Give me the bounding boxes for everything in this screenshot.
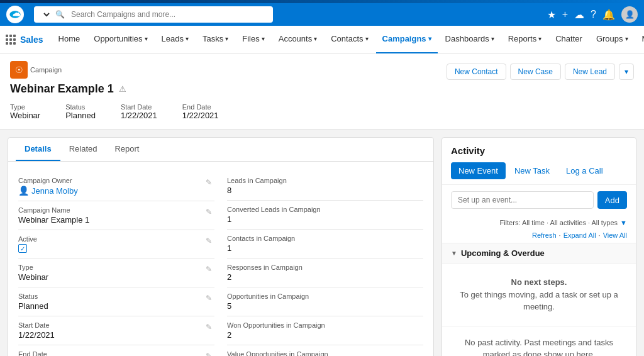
nav-files[interactable]: Files ▾ (236, 26, 270, 53)
edit-icon[interactable]: ✎ (206, 208, 212, 216)
chevron-down-icon: ▼ (451, 250, 457, 257)
activity-add-button[interactable]: Add (597, 191, 627, 209)
field-converted-leads-value: 1 (227, 214, 423, 224)
field-leads-in-campaign-value: 8 (227, 186, 423, 195)
campaign-meta: Type Webinar Status Planned Start Date 1… (10, 103, 634, 120)
nav-more[interactable]: More ▾ (636, 26, 644, 53)
search-filter-dropdown[interactable]: All (34, 9, 52, 19)
field-type-value: Webinar (18, 272, 214, 282)
filter-funnel-icon: ▼ (620, 219, 627, 226)
filters-text: Filters: All time · All activities · All… (499, 219, 618, 226)
meta-type-label: Type (10, 103, 40, 111)
tab-report[interactable]: Report (106, 138, 148, 161)
cloud-icon[interactable]: ☁ (574, 9, 584, 21)
tab-details[interactable]: Details (16, 138, 60, 161)
add-icon[interactable]: + (562, 9, 568, 20)
favorites-icon[interactable]: ★ (547, 9, 556, 21)
nav-groups[interactable]: Groups ▾ (590, 26, 635, 53)
nav-dashboards[interactable]: Dashboards ▾ (439, 26, 501, 53)
field-contacts-in-campaign: Contacts in Campaign 1 (227, 230, 423, 259)
meta-type: Type Webinar (10, 103, 40, 120)
edit-icon[interactable]: ✎ (206, 265, 212, 274)
chevron-down-icon: ▾ (491, 35, 494, 42)
avatar[interactable]: 👤 (621, 6, 638, 23)
filters-links-row: Refresh · Expand All · View All (442, 230, 636, 243)
app-name: Sales (20, 35, 43, 45)
field-won-opportunities-label: Won Opportunities in Campaign (227, 321, 423, 329)
edit-icon[interactable]: ✎ (206, 294, 212, 303)
field-active: Active ✓ ✎ (18, 230, 214, 259)
field-active-checkbox[interactable]: ✓ (18, 244, 27, 253)
edit-icon[interactable]: ✎ (206, 352, 212, 356)
more-actions-dropdown[interactable]: ▾ (619, 64, 634, 80)
activity-title: Activity (451, 145, 627, 156)
meta-type-value: Webinar (10, 111, 40, 120)
field-campaign-owner-label: Campaign Owner (18, 177, 214, 184)
svg-rect-4 (6, 38, 8, 41)
chevron-down-icon: ▾ (428, 35, 431, 42)
help-icon[interactable]: ? (591, 9, 596, 20)
nav-tasks[interactable]: Tasks ▾ (196, 26, 235, 53)
bell-icon[interactable]: 🔔 (602, 9, 615, 21)
fields-col-2: Leads in Campaign 8 Converted Leads in C… (227, 172, 423, 356)
field-end-date-label: End Date (18, 350, 214, 356)
alert-icon: ⚠ (119, 84, 126, 94)
edit-icon[interactable]: ✎ (206, 323, 212, 331)
field-leads-in-campaign-label: Leads in Campaign (227, 177, 423, 184)
activity-tab-log-call[interactable]: Log a Call (558, 162, 611, 179)
upcoming-empty-state: No next steps. To get things moving, add… (442, 264, 636, 326)
field-campaign-owner-value[interactable]: 👤 Jenna Molby (18, 186, 214, 196)
field-type: Type Webinar ✎ (18, 259, 214, 287)
field-value-opportunities-label: Value Opportunities in Campaign (227, 350, 423, 356)
right-panel: Activity New Event New Task Log a Call A… (441, 137, 636, 356)
upcoming-overdue-section-header[interactable]: ▼ Upcoming & Overdue (442, 243, 636, 264)
refresh-link[interactable]: Refresh (532, 231, 557, 239)
campaign-header: ☉ Campaign Webinar Example 1 ⚠ New Conta… (0, 53, 644, 130)
activity-tab-new-event[interactable]: New Event (451, 162, 506, 179)
nav-contacts[interactable]: Contacts ▾ (325, 26, 374, 53)
nav-leads[interactable]: Leads ▾ (155, 26, 195, 53)
campaign-icon: ☉ (10, 61, 28, 79)
tab-related[interactable]: Related (60, 138, 106, 161)
field-won-opportunities-value: 2 (227, 330, 423, 340)
svg-rect-8 (9, 42, 12, 45)
edit-icon[interactable]: ✎ (206, 178, 212, 187)
chevron-down-icon: ▾ (365, 35, 369, 42)
svg-rect-2 (9, 35, 12, 37)
salesforce-logo[interactable] (6, 6, 24, 23)
field-converted-leads-label: Converted Leads in Campaign (227, 206, 423, 213)
activity-event-input[interactable] (451, 191, 594, 209)
nav-opportunities[interactable]: Opportunities ▾ (87, 26, 153, 53)
activity-tab-new-task[interactable]: New Task (507, 162, 557, 179)
meta-end-date-label: End Date (182, 103, 219, 111)
svg-rect-1 (6, 35, 8, 37)
nav-reports[interactable]: Reports ▾ (502, 26, 548, 53)
activity-input-row: Add (442, 185, 636, 215)
nav-campaigns[interactable]: Campaigns ▾ (376, 26, 438, 53)
chevron-down-icon: ▾ (225, 35, 228, 42)
meta-end-date: End Date 1/22/2021 (182, 103, 219, 120)
search-input[interactable] (69, 10, 273, 19)
nav-chatter[interactable]: Chatter (549, 26, 589, 53)
expand-all-link[interactable]: Expand All (564, 231, 596, 239)
field-campaign-name-value: Webinar Example 1 (18, 215, 214, 225)
new-case-button[interactable]: New Case (510, 64, 561, 80)
nav-home[interactable]: Home (52, 26, 87, 53)
edit-icon[interactable]: ✎ (206, 236, 212, 245)
view-all-link[interactable]: View All (603, 231, 627, 239)
campaign-header-actions: New Contact New Case New Lead ▾ (447, 64, 634, 80)
fields-col-1: Campaign Owner 👤 Jenna Molby ✎ Campaign … (18, 172, 214, 356)
field-responses: Responses in Campaign 2 (227, 259, 423, 287)
search-bar[interactable]: All 🔍 (34, 6, 273, 23)
field-won-opportunities: Won Opportunities in Campaign 2 (227, 316, 423, 345)
chevron-down-icon: ▾ (314, 35, 317, 42)
new-contact-button[interactable]: New Contact (447, 64, 506, 80)
no-next-steps-subtext: To get things moving, add a task or set … (452, 289, 626, 313)
field-contacts-in-campaign-value: 1 (227, 243, 423, 253)
field-status: Status Planned ✎ (18, 287, 214, 316)
field-status-label: Status (18, 292, 214, 300)
new-lead-button[interactable]: New Lead (565, 64, 615, 80)
app-switcher-icon[interactable] (5, 31, 16, 48)
field-start-date-value: 1/22/2021 (18, 330, 214, 340)
nav-accounts[interactable]: Accounts ▾ (272, 26, 323, 53)
